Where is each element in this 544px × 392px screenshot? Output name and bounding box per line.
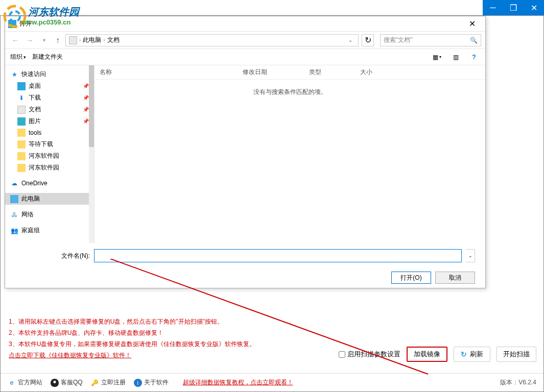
checkbox-input[interactable] xyxy=(339,351,345,358)
onedrive-icon: ☁ xyxy=(10,179,18,187)
filename-label: 文件名(N): xyxy=(61,252,90,260)
download-icon: ⬇ xyxy=(17,94,26,102)
view-mode-button[interactable]: ▦▾ xyxy=(431,53,443,62)
folder-icon xyxy=(17,164,26,172)
dialog-titlebar: 打开 ✕ xyxy=(5,16,485,32)
instruction-2: 2、本软件支持各品牌U盘、内存卡、移动硬盘数据修复！ xyxy=(9,327,255,338)
about-link[interactable]: i关于软件 xyxy=(134,378,169,387)
cancel-button[interactable]: 取消 xyxy=(435,272,475,284)
list-header: 名称 修改日期 类型 大小 xyxy=(94,65,485,80)
tree-documents[interactable]: 文档📌 xyxy=(5,104,94,115)
start-scan-button[interactable]: 开始扫描 xyxy=(496,347,536,362)
desktop-icon xyxy=(17,82,26,90)
search-box[interactable]: 搜索"文档" 🔍 xyxy=(380,34,481,46)
download-link[interactable]: 点击立即下载《佳佳数据恢复专业版》软件！ xyxy=(9,352,131,359)
chevron-right-icon: › xyxy=(103,37,105,43)
col-name[interactable]: 名称 xyxy=(94,68,238,77)
new-folder-button[interactable]: 新建文件夹 xyxy=(32,53,63,61)
tree-desktop[interactable]: 桌面📌 xyxy=(5,80,94,92)
pin-icon: 📌 xyxy=(83,83,89,89)
info-icon: i xyxy=(134,379,142,387)
network-icon: 🖧 xyxy=(10,211,18,219)
footer: e官方网站 客服QQ 🔑立即注册 i关于软件 超级详细数据恢复教程，点击立即观看… xyxy=(1,373,543,391)
pin-icon: 📌 xyxy=(83,107,89,112)
tree-tools[interactable]: tools xyxy=(5,127,94,138)
search-placeholder: 搜索"文档" xyxy=(384,36,470,44)
empty-message: 没有与搜索条件匹配的项。 xyxy=(94,80,485,243)
nav-refresh-button[interactable]: ↻ xyxy=(362,34,374,46)
close-app-button[interactable]: ✕ xyxy=(524,0,544,15)
app-body: 打开 ✕ ← → ▾ ↑ › 此电脑 › 文档 ⌄ ↻ 搜索"文档" 🔍 xyxy=(0,15,544,392)
search-icon: 🔍 xyxy=(470,37,478,44)
col-size[interactable]: 大小 xyxy=(355,68,406,77)
folder-icon xyxy=(17,129,26,137)
action-row: 启用扫描参数设置 加载镜像 ↻刷新 开始扫描 xyxy=(339,347,536,362)
checkbox-label: 启用扫描参数设置 xyxy=(347,350,400,359)
load-image-button[interactable]: 加载镜像 xyxy=(407,347,447,362)
tree-thispc[interactable]: 此电脑 xyxy=(5,193,94,205)
homegroup-icon: 👥 xyxy=(10,227,18,235)
minimize-button[interactable]: ─ xyxy=(483,0,503,15)
address-bar[interactable]: › 此电脑 › 文档 ⌄ xyxy=(65,34,359,46)
open-dialog: 打开 ✕ ← → ▾ ↑ › 此电脑 › 文档 ⌄ ↻ 搜索"文档" 🔍 xyxy=(5,16,486,288)
key-icon: 🔑 xyxy=(91,379,99,387)
document-icon xyxy=(17,106,26,114)
filename-dropdown[interactable]: ⌄ xyxy=(466,249,475,262)
nav-history-button[interactable]: ▾ xyxy=(38,34,50,46)
open-button[interactable]: 打开(O) xyxy=(391,272,431,284)
dialog-main: ★快速访问 桌面📌 ⬇下载📌 文档📌 图片📌 tools 等待下载 河东软件园 … xyxy=(5,65,485,243)
pin-icon: 📌 xyxy=(83,118,89,124)
nav-forward-button[interactable]: → xyxy=(23,34,36,46)
filename-input[interactable] xyxy=(94,249,462,262)
app-titlebar: ─ ❐ ✕ xyxy=(483,0,544,15)
folder-icon xyxy=(17,140,26,149)
dialog-toolbar: 组织 ▾ 新建文件夹 ▦▾ ▥ ? xyxy=(5,49,485,65)
picture-icon xyxy=(17,117,26,126)
folder-icon xyxy=(69,36,77,44)
nav-up-button[interactable]: ↑ xyxy=(52,35,63,46)
instruction-1: 1、请用鼠标左键点击选择需要修复的U盘，然后点击右下角的"开始扫描"按钮。 xyxy=(9,316,255,327)
tree-waitdl[interactable]: 等待下载 xyxy=(5,138,94,150)
dialog-close-button[interactable]: ✕ xyxy=(462,17,482,31)
organize-menu[interactable]: 组织 ▾ xyxy=(10,53,26,61)
nav-tree: ★快速访问 桌面📌 ⬇下载📌 文档📌 图片📌 tools 等待下载 河东软件园 … xyxy=(5,65,94,243)
dialog-title: 打开 xyxy=(19,19,462,28)
tree-homegroup[interactable]: 👥家庭组 xyxy=(5,225,94,236)
pc-icon xyxy=(10,195,18,203)
path-dropdown-button[interactable]: ⌄ xyxy=(346,37,355,43)
file-list: 名称 修改日期 类型 大小 没有与搜索条件匹配的项。 xyxy=(94,65,485,243)
col-modified[interactable]: 修改日期 xyxy=(238,68,304,77)
tree-onedrive[interactable]: ☁OneDrive xyxy=(5,178,94,189)
tree-hd1[interactable]: 河东软件园 xyxy=(5,150,94,162)
instructions: 1、请用鼠标左键点击选择需要修复的U盘，然后点击右下角的"开始扫描"按钮。 2、… xyxy=(9,316,255,361)
preview-pane-button[interactable]: ▥ xyxy=(450,51,462,63)
path-docs[interactable]: 文档 xyxy=(107,36,120,44)
dialog-bottom: 文件名(N): ⌄ 打开(O) 取消 xyxy=(5,243,485,291)
chevron-right-icon: › xyxy=(79,37,81,43)
tree-pictures[interactable]: 图片📌 xyxy=(5,115,94,127)
pin-icon: 📌 xyxy=(83,95,89,101)
qq-link[interactable]: 客服QQ xyxy=(51,378,83,387)
tree-downloads[interactable]: ⬇下载📌 xyxy=(5,92,94,104)
official-site-link[interactable]: e官方网站 xyxy=(8,378,42,387)
tree-hd2[interactable]: 河东软件园 xyxy=(5,162,94,174)
dialog-icon xyxy=(8,20,16,28)
qq-icon xyxy=(51,379,59,387)
instruction-3: 3、本软件U盘修复专用，如果需要修复硬盘数据请使用《佳佳数据恢复专业版》软件恢复… xyxy=(9,340,255,348)
register-link[interactable]: 🔑立即注册 xyxy=(91,378,126,387)
nav-back-button[interactable]: ← xyxy=(9,34,21,46)
tree-quick-access[interactable]: ★快速访问 xyxy=(5,68,94,80)
refresh-icon: ↻ xyxy=(461,350,467,358)
ie-icon: e xyxy=(8,379,16,387)
tutorial-link[interactable]: 超级详细数据恢复教程，点击立即观看！ xyxy=(183,378,293,387)
version-label: 版本：V6.2.4 xyxy=(500,378,536,387)
col-type[interactable]: 类型 xyxy=(304,68,355,77)
scan-params-checkbox[interactable]: 启用扫描参数设置 xyxy=(339,350,400,359)
path-thispc[interactable]: 此电脑 xyxy=(83,36,101,44)
help-button[interactable]: ? xyxy=(468,51,480,63)
tree-network[interactable]: 🖧网络 xyxy=(5,209,94,220)
tree-scrollbar[interactable] xyxy=(89,65,94,243)
star-icon: ★ xyxy=(10,70,18,79)
refresh-button[interactable]: ↻刷新 xyxy=(454,347,490,362)
maximize-button[interactable]: ❐ xyxy=(503,0,524,15)
